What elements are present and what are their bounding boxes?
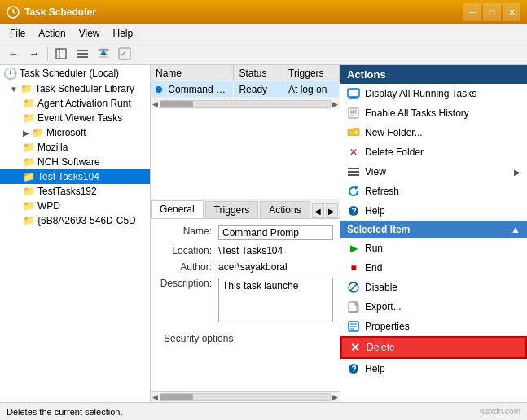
svg-text:✓: ✓ <box>121 50 127 58</box>
col-header-status: Status <box>234 65 283 81</box>
action-display-running[interactable]: Display All Running Tasks <box>340 84 527 103</box>
title-bar: Task Scheduler ─ □ ✕ <box>0 0 527 24</box>
submenu-arrow-icon: ▶ <box>514 168 520 177</box>
folder-icon: 📁 <box>23 98 35 109</box>
action-view[interactable]: View ▶ <box>340 162 527 182</box>
folder-icon: 📁 <box>32 127 44 138</box>
folder-icon: 📁 <box>20 83 33 94</box>
detail-name-value[interactable] <box>218 225 333 240</box>
menu-help[interactable]: Help <box>107 26 140 41</box>
help2-icon: ? <box>347 362 360 375</box>
close-button[interactable]: ✕ <box>503 3 520 21</box>
tree-item-test104[interactable]: 📁 Test Tasks104 <box>0 169 150 184</box>
toolbar-btn2[interactable] <box>72 45 92 63</box>
action-label: View <box>365 166 386 177</box>
action-properties[interactable]: Properties <box>340 317 527 336</box>
tree-label: Task Scheduler Library <box>35 83 134 94</box>
svg-text:?: ? <box>352 207 357 216</box>
col-header-name: Name <box>151 65 234 81</box>
tree-label: {6B8A2693-546D-C5D <box>37 215 136 226</box>
tree-item-mozilla[interactable]: 📁 Mozilla <box>0 140 150 155</box>
action-label: Delete <box>367 342 395 353</box>
watermark: wsxdn.com <box>480 407 520 416</box>
tree-panel[interactable]: 🕐 Task Scheduler (Local) ▼ 📁 Task Schedu… <box>0 65 151 402</box>
folder-icon: 📁 <box>23 186 35 197</box>
export-icon <box>347 300 360 313</box>
monitor-icon <box>347 87 360 100</box>
detail-desc-label: Description: <box>157 278 218 289</box>
action-delete[interactable]: ✕ Delete <box>340 336 527 359</box>
description-textarea[interactable]: This task launche <box>218 278 333 322</box>
toolbar-btn4[interactable]: ✓ <box>115 45 134 63</box>
action-enable-history[interactable]: Enable All Tasks History <box>340 103 527 123</box>
arrow-down-icon: ▼ <box>10 85 18 94</box>
tab-actions[interactable]: Actions <box>260 201 310 218</box>
tab-nav-right[interactable]: ▶ <box>326 203 338 218</box>
detail-location-label: Location: <box>157 245 218 256</box>
tree-item-nch[interactable]: 📁 NCH Software <box>0 155 150 169</box>
detail-desc-value[interactable]: This task launche <box>218 278 333 325</box>
tree-item-root[interactable]: 🕐 Task Scheduler (Local) <box>0 65 150 81</box>
detail-name-row: Name: <box>157 225 333 240</box>
action-disable[interactable]: Disable <box>340 278 527 297</box>
properties-icon <box>347 320 360 333</box>
status-text: Deletes the current selection. <box>7 407 122 417</box>
tree-item-wpd[interactable]: 📁 WPD <box>0 199 150 213</box>
toolbar-btn1[interactable] <box>51 45 71 63</box>
task-row[interactable]: Command P... Ready At log on <box>151 81 340 98</box>
menu-view[interactable]: View <box>72 26 107 41</box>
tree-item-eventviewer[interactable]: 📁 Event Viewer Tasks <box>0 111 150 125</box>
tree-item-microsoft[interactable]: ▶ 📁 Microsoft <box>0 125 150 140</box>
menu-file[interactable]: File <box>3 26 32 41</box>
action-new-folder[interactable]: + New Folder... <box>340 123 527 142</box>
tree-item-test192[interactable]: 📁 TestTasks192 <box>0 184 150 199</box>
action-label: Enable All Tasks History <box>365 107 469 119</box>
action-refresh[interactable]: Refresh <box>340 182 527 201</box>
task-cell-triggers: At log on <box>283 82 340 97</box>
action-help[interactable]: ? Help <box>340 201 527 221</box>
collapse-icon: ▲ <box>511 224 520 235</box>
action-export[interactable]: Export... <box>340 297 527 317</box>
tree-label: Event Viewer Tasks <box>37 112 122 124</box>
action-run[interactable]: ▶ Run <box>340 238 527 258</box>
menu-action[interactable]: Action <box>32 26 72 41</box>
details-panel: General Triggers Actions ◀ ▶ Name: <box>151 199 340 391</box>
svg-rect-19 <box>348 168 359 169</box>
help-icon: ? <box>347 204 360 217</box>
bottom-scrollbar[interactable]: ◀ ▶ <box>151 391 340 402</box>
tree-label: Test Tasks104 <box>37 171 99 182</box>
action-label: Refresh <box>365 186 399 197</box>
tree-item-guid[interactable]: 📁 {6B8A2693-546D-C5D <box>0 213 150 228</box>
action-delete-folder[interactable]: ✕ Delete Folder <box>340 142 527 162</box>
tree-label: Mozilla <box>37 142 68 153</box>
toolbar-separator <box>47 46 48 61</box>
delete-folder-icon: ✕ <box>347 146 360 159</box>
action-label: End <box>365 262 382 273</box>
detail-author-row: Author: acer\sayakboral <box>157 261 333 273</box>
selected-item-header: Selected Item ▲ <box>340 221 527 238</box>
h-scrollbar[interactable]: ◀ ▶ <box>151 98 340 109</box>
maximize-button[interactable]: □ <box>483 3 501 21</box>
security-options-row: Security options <box>157 330 333 348</box>
toolbar-btn3[interactable] <box>94 45 113 63</box>
name-input[interactable] <box>218 225 333 240</box>
minimize-button[interactable]: ─ <box>463 3 481 21</box>
toolbar-forward[interactable]: → <box>24 45 44 63</box>
action-help2[interactable]: ? Help <box>340 359 527 378</box>
action-label: Delete Folder <box>365 147 424 158</box>
clock-icon: 🕐 <box>3 67 17 80</box>
folder-icon: 📁 <box>23 156 35 168</box>
toolbar-back[interactable]: ← <box>3 45 23 63</box>
tree-item-library[interactable]: ▼ 📁 Task Scheduler Library <box>0 81 150 96</box>
status-dot <box>156 86 162 93</box>
action-end[interactable]: ■ End <box>340 258 527 278</box>
middle-panel: Name Status Triggers Command P... Ready <box>151 65 340 402</box>
tree-item-agent[interactable]: 📁 Agent Activation Runt <box>0 96 150 111</box>
tab-triggers[interactable]: Triggers <box>205 201 259 218</box>
svg-line-2 <box>13 12 15 14</box>
detail-location-row: Location: \Test Tasks104 <box>157 245 333 256</box>
tab-nav-left[interactable]: ◀ <box>312 203 324 218</box>
arrow-right-icon: ▶ <box>23 129 29 138</box>
tab-general[interactable]: General <box>151 200 204 218</box>
task-list-header: Name Status Triggers <box>151 65 340 81</box>
